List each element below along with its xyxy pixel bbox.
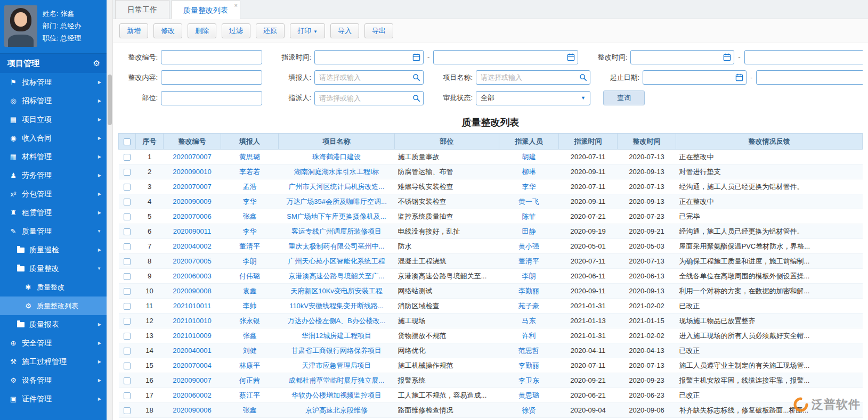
- sidebar-item[interactable]: 质量报表▶: [0, 315, 107, 334]
- sidebar-item[interactable]: ✎质量管理▼: [0, 222, 107, 241]
- modify-button[interactable]: 修改: [153, 23, 182, 38]
- project-link[interactable]: 华软办公楼增加视频监控项目: [291, 391, 382, 399]
- assignee-link[interactable]: 柳琳: [522, 168, 536, 176]
- row-checkbox[interactable]: [124, 377, 131, 384]
- assignee-link[interactable]: 田静: [522, 227, 536, 235]
- code-link[interactable]: 2020070004: [173, 361, 211, 369]
- assignee-link[interactable]: 陈菲: [522, 212, 536, 220]
- code-link[interactable]: 2020070007: [173, 183, 211, 191]
- reporter-link[interactable]: 张鑫: [243, 406, 257, 414]
- row-checkbox[interactable]: [124, 333, 131, 340]
- assignee-link[interactable]: 李华: [522, 183, 536, 191]
- row-checkbox[interactable]: [124, 169, 131, 176]
- restore-button[interactable]: 还原: [256, 23, 285, 38]
- project-link[interactable]: 天津市应急管理局项目: [302, 361, 371, 369]
- approval-status-select[interactable]: 全部▼: [476, 91, 590, 105]
- code-link[interactable]: 2020070007: [173, 153, 211, 161]
- code-link[interactable]: 2020060003: [173, 272, 211, 280]
- row-checkbox[interactable]: [124, 288, 131, 295]
- sidebar-item[interactable]: ⚒施工过程管理▶: [0, 352, 107, 371]
- sidebar-item[interactable]: ♜租赁管理▶: [0, 203, 107, 222]
- search-icon[interactable]: [412, 73, 420, 81]
- part-input-field[interactable]: [161, 91, 262, 105]
- reporter-link[interactable]: 黄思璐: [239, 153, 260, 161]
- reporter-link[interactable]: 张永银: [239, 317, 260, 325]
- row-checkbox[interactable]: [124, 407, 131, 414]
- project-link[interactable]: 客运专线广州调度所装修项目: [291, 227, 382, 235]
- assign-time-to-field[interactable]: [433, 50, 578, 64]
- project-link[interactable]: 甘肃省工商银行网络保养项目: [291, 347, 382, 355]
- reporter-link[interactable]: 孟浩: [243, 183, 257, 191]
- reporter-link[interactable]: 袁鑫: [243, 287, 257, 295]
- sidebar-item[interactable]: 质量巡检▶: [0, 241, 107, 259]
- assignee-link[interactable]: 黄思璐: [518, 391, 539, 399]
- assignee-link[interactable]: 胡建: [522, 153, 536, 161]
- export-button[interactable]: 导出: [364, 23, 393, 38]
- reporter-link[interactable]: 张鑫: [243, 212, 257, 220]
- code-link[interactable]: 2020040001: [173, 347, 211, 355]
- row-checkbox[interactable]: [124, 303, 131, 310]
- calendar-icon[interactable]: [735, 73, 743, 81]
- calendar-icon[interactable]: [723, 53, 731, 61]
- project-link[interactable]: 成都杜甫草堂临时展厅独立展...: [289, 376, 385, 384]
- reporter-link[interactable]: 李华: [243, 227, 257, 235]
- add-button[interactable]: 新增: [119, 23, 148, 38]
- reporter-link[interactable]: 林康平: [239, 361, 260, 369]
- assignee-link[interactable]: 苑子豪: [518, 302, 539, 310]
- sidebar-item[interactable]: 质量整改▼: [0, 259, 107, 278]
- reporter-link[interactable]: 李华: [243, 197, 257, 205]
- gear-icon[interactable]: ⚙: [93, 59, 100, 68]
- row-checkbox[interactable]: [124, 154, 131, 161]
- sidebar-item[interactable]: ⊕安全管理▶: [0, 334, 107, 352]
- search-icon[interactable]: [412, 94, 420, 102]
- assignee-link[interactable]: 黄小强: [518, 242, 539, 250]
- row-checkbox[interactable]: [124, 392, 131, 399]
- calendar-icon[interactable]: [412, 53, 420, 61]
- row-checkbox[interactable]: [124, 184, 131, 191]
- row-checkbox[interactable]: [124, 273, 131, 280]
- reporter-link[interactable]: 张鑫: [243, 332, 257, 340]
- reporter-link[interactable]: 董清平: [239, 242, 260, 250]
- assignee-link[interactable]: 徐贤: [522, 406, 536, 414]
- calendar-icon[interactable]: [567, 53, 575, 61]
- assignee-link[interactable]: 董清平: [518, 257, 539, 265]
- sidebar-item[interactable]: ⚙设备管理▶: [0, 371, 107, 390]
- project-link[interactable]: 京港澳高速公路粤境韶关至广...: [289, 272, 385, 280]
- assignee-link[interactable]: 李勤丽: [518, 361, 539, 369]
- sidebar-item[interactable]: ◉收入合同▶: [0, 129, 107, 147]
- tab-质量整改列表[interactable]: 质量整改列表×: [171, 1, 240, 19]
- assigner-input-field[interactable]: [314, 91, 424, 105]
- sidebar-item[interactable]: x²分包管理▶: [0, 185, 107, 203]
- sidebar-item[interactable]: ▣证件管理▶: [0, 390, 107, 408]
- row-checkbox[interactable]: [124, 318, 131, 325]
- sidebar-item[interactable]: ⚑投标管理▶: [0, 73, 107, 92]
- assignee-link[interactable]: 李勤丽: [518, 287, 539, 295]
- reporter-link[interactable]: 李朗: [243, 257, 257, 265]
- code-link[interactable]: 2020090007: [173, 376, 211, 384]
- sidebar-item[interactable]: ♟劳务管理▶: [0, 166, 107, 185]
- rectify-time-to-field[interactable]: [744, 50, 863, 64]
- row-checkbox[interactable]: [124, 199, 131, 205]
- assignee-link[interactable]: 黄一飞: [518, 197, 539, 205]
- sidebar-item[interactable]: ✱质量整改: [0, 278, 107, 297]
- assignee-link[interactable]: 李卫东: [518, 376, 539, 384]
- project-link[interactable]: 珠海鹤港口建设: [312, 153, 361, 161]
- reporter-link[interactable]: 李若若: [239, 168, 260, 176]
- reporter-link[interactable]: 蔡江平: [239, 391, 260, 399]
- sidebar-item[interactable]: ▤项目立项▶: [0, 110, 107, 129]
- rectify-time-from-field[interactable]: [630, 50, 734, 64]
- reporter-link[interactable]: 付伟璐: [239, 272, 260, 280]
- assignee-link[interactable]: 马东: [522, 317, 536, 325]
- code-link[interactable]: 2020060002: [173, 391, 211, 399]
- delete-button[interactable]: 删除: [188, 23, 216, 38]
- code-link[interactable]: 2021010011: [173, 302, 211, 310]
- project-link[interactable]: 重庆太极制药有限公司亳州中...: [289, 242, 385, 250]
- assignee-link[interactable]: 范思哲: [518, 347, 539, 355]
- project-link[interactable]: 华润12城房建工程项目: [302, 332, 371, 340]
- assignee-link[interactable]: 许利: [522, 332, 536, 340]
- code-link[interactable]: 2020070006: [173, 212, 211, 220]
- row-checkbox[interactable]: [124, 348, 131, 355]
- assignee-link[interactable]: 李朗: [522, 272, 536, 280]
- sidebar-item[interactable]: ▦材料管理▶: [0, 147, 107, 166]
- row-checkbox[interactable]: [124, 363, 131, 369]
